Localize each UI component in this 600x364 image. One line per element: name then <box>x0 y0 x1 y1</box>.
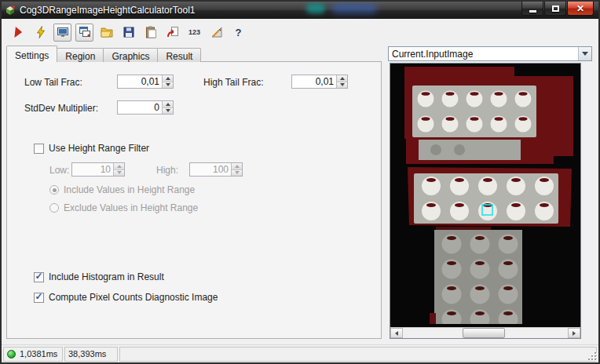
set-square-icon <box>210 26 223 38</box>
close-button[interactable]: ✕ <box>567 2 594 16</box>
tab-region[interactable]: Region <box>57 48 104 62</box>
range-low-label: Low: <box>49 165 69 176</box>
minimize-icon <box>529 10 536 13</box>
titlebar-glass-reflection <box>306 3 325 13</box>
range-low-input <box>71 162 125 177</box>
tab-label: Result <box>166 51 192 62</box>
high-tail-frac-spin-up[interactable] <box>337 75 347 82</box>
float-image-display-button[interactable] <box>75 24 93 42</box>
stddev-multiplier-input[interactable] <box>117 100 174 115</box>
status-bar: 1,0381ms 38,393ms <box>2 344 598 362</box>
show-image-display-button[interactable] <box>53 24 71 42</box>
range-high-spin-down <box>232 169 242 177</box>
high-tail-frac-input[interactable] <box>291 75 348 89</box>
tab-settings[interactable]: Settings <box>6 46 57 62</box>
lightning-icon <box>35 26 47 38</box>
tab-graphics[interactable]: Graphics <box>103 48 158 62</box>
stddev-multiplier-label: StdDev Multiplier: <box>24 103 98 114</box>
run-icon <box>13 26 25 38</box>
include-values-radio: Include Values in Height Range <box>49 184 195 195</box>
status-led-icon <box>7 350 16 359</box>
maximize-icon <box>552 5 559 12</box>
low-tail-frac-input[interactable] <box>117 75 174 89</box>
maximize-button[interactable] <box>544 2 566 16</box>
include-histogram-checkbox[interactable]: Include Histogram in Result <box>34 271 164 282</box>
horizontal-scrollbar[interactable] <box>390 327 580 338</box>
use-height-range-filter-label: Use Height Range Filter <box>49 143 149 154</box>
toolbar: 123 ? <box>5 20 595 44</box>
high-tail-frac-label: High Tail Frac: <box>203 77 263 88</box>
scroll-right-icon <box>573 331 576 336</box>
radio-icon <box>49 185 59 195</box>
stddev-spin-up[interactable] <box>163 101 173 107</box>
include-histogram-label: Include Histogram in Result <box>49 271 164 282</box>
scrollbar-thumb[interactable] <box>463 328 506 338</box>
scroll-left-icon <box>395 331 398 336</box>
stddev-multiplier-value[interactable] <box>118 101 162 114</box>
include-values-label: Include Values in Height Range <box>64 184 195 195</box>
open-file-button[interactable] <box>97 24 115 42</box>
resize-grip[interactable] <box>587 351 596 360</box>
image-display[interactable] <box>390 63 581 339</box>
titlebar-glass-reflection <box>331 3 377 13</box>
window-title: Cog3DRangeImageHeightCalculatorTool1 <box>20 5 195 16</box>
help-button[interactable]: ? <box>229 24 247 42</box>
image-selector-combobox[interactable]: Current.InputImage <box>388 46 592 61</box>
range-high-input <box>189 162 243 177</box>
combo-dropdown-button[interactable] <box>578 47 591 60</box>
exclude-values-radio: Exclude Values in Height Range <box>49 202 198 213</box>
float-window-icon <box>79 26 91 38</box>
low-tail-frac-value[interactable] <box>118 75 162 88</box>
high-tail-frac-spin-down[interactable] <box>337 82 347 89</box>
range-high-spin-up <box>232 163 242 169</box>
app-icon <box>5 5 16 16</box>
checkbox-icon <box>34 272 44 282</box>
auto-run-electric-button[interactable] <box>31 24 49 42</box>
tool-edit-window: Cog3DRangeImageHeightCalculatorTool1 ✕ <box>0 0 600 364</box>
image-display-icon <box>57 26 69 38</box>
tab-strip: Settings Region Graphics Result <box>6 46 200 62</box>
clipboard-icon <box>145 26 157 38</box>
high-tail-frac-value[interactable] <box>292 75 336 88</box>
scroll-right-button[interactable] <box>568 328 580 338</box>
tab-result[interactable]: Result <box>157 48 201 62</box>
import-arrow-icon <box>166 26 179 38</box>
range-low-value <box>72 163 113 176</box>
total-time-text: 38,393ms <box>68 349 106 359</box>
compute-pixel-counts-checkbox[interactable]: Compute Pixel Counts Diagnostic Image <box>34 292 218 303</box>
checkbox-icon <box>34 293 44 303</box>
selected-image-name: Current.InputImage <box>389 49 578 60</box>
run-tool-button[interactable] <box>9 24 27 42</box>
chevron-down-icon <box>582 52 588 56</box>
low-tail-frac-label: Low Tail Frac: <box>24 77 82 88</box>
calibration-button[interactable] <box>207 24 225 42</box>
pixel-grid-values-icon: 123 <box>188 28 200 36</box>
settings-tab-page: Low Tail Frac: High Tail Frac: StdDev Mu… <box>6 61 382 339</box>
low-tail-frac-spin-down[interactable] <box>163 82 173 89</box>
scroll-left-button[interactable] <box>390 328 403 338</box>
stddev-spin-down[interactable] <box>163 107 173 115</box>
save-file-button[interactable] <box>119 24 137 42</box>
range-low-spin-down <box>114 169 124 177</box>
radio-icon <box>49 203 59 213</box>
tab-label: Region <box>65 51 95 62</box>
pixel-grid-values-button[interactable]: 123 <box>185 24 203 42</box>
low-tail-frac-spin-up[interactable] <box>163 75 173 82</box>
use-height-range-filter-checkbox[interactable]: Use Height Range Filter <box>34 143 149 154</box>
floppy-disk-icon <box>123 26 135 38</box>
titlebar[interactable]: Cog3DRangeImageHeightCalculatorTool1 ✕ <box>2 2 598 19</box>
status-spacer-panel <box>119 347 597 362</box>
minimize-button[interactable] <box>521 2 543 16</box>
exclude-values-label: Exclude Values in Height Range <box>64 202 198 213</box>
checkbox-icon <box>34 144 44 154</box>
import-tool-button[interactable] <box>163 24 181 42</box>
run-time-text: 1,0381ms <box>20 349 57 359</box>
scrollbar-track[interactable] <box>403 328 568 338</box>
range-high-value <box>190 163 231 176</box>
tab-label: Graphics <box>112 51 149 62</box>
paste-button[interactable] <box>141 24 159 42</box>
status-run-time-panel: 1,0381ms <box>3 347 63 362</box>
range-high-label: High: <box>156 165 178 176</box>
help-icon: ? <box>236 27 242 38</box>
tab-label: Settings <box>15 50 49 61</box>
